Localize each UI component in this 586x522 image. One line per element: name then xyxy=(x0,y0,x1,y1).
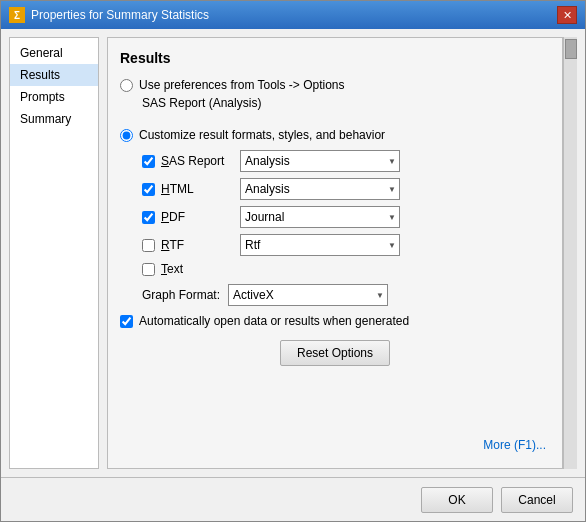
scrollbar[interactable] xyxy=(563,37,577,469)
dropdown-sas[interactable]: Analysis Journal Rtf xyxy=(240,150,400,172)
checkbox-label-html[interactable]: HTML xyxy=(142,182,232,196)
sas-label: SAS Report xyxy=(161,154,224,168)
html-label: HTML xyxy=(161,182,194,196)
window-body: General Results Prompts Summary Results … xyxy=(1,29,585,477)
option-row-pdf: PDF Analysis Journal Rtf xyxy=(142,206,550,228)
checkbox-sas[interactable] xyxy=(142,155,155,168)
dropdown-graph[interactable]: ActiveX Java PNG xyxy=(228,284,388,306)
title-bar-left: Σ Properties for Summary Statistics xyxy=(9,7,209,23)
dropdown-wrapper-pdf: Analysis Journal Rtf xyxy=(240,206,400,228)
more-link[interactable]: More (F1)... xyxy=(120,438,550,452)
dropdown-rtf[interactable]: Analysis Journal Rtf xyxy=(240,234,400,256)
footer: OK Cancel xyxy=(1,477,585,521)
properties-window: Σ Properties for Summary Statistics ✕ Ge… xyxy=(0,0,586,522)
text-label: Text xyxy=(161,262,183,276)
dropdown-pdf[interactable]: Analysis Journal Rtf xyxy=(240,206,400,228)
checkbox-label-pdf[interactable]: PDF xyxy=(142,210,232,224)
window-title: Properties for Summary Statistics xyxy=(31,8,209,22)
radio-preferences-label: Use preferences from Tools -> Options xyxy=(139,78,345,92)
checkbox-html[interactable] xyxy=(142,183,155,196)
rtf-label: RTF xyxy=(161,238,184,252)
close-button[interactable]: ✕ xyxy=(557,6,577,24)
radio-customize-label: Customize result formats, styles, and be… xyxy=(139,128,385,142)
checkbox-label-rtf[interactable]: RTF xyxy=(142,238,232,252)
option-row-rtf: RTF Analysis Journal Rtf xyxy=(142,234,550,256)
radio-customize[interactable] xyxy=(120,129,133,142)
dropdown-wrapper-sas: Analysis Journal Rtf xyxy=(240,150,400,172)
reset-btn-container: Reset Options xyxy=(120,340,550,366)
checkbox-rtf[interactable] xyxy=(142,239,155,252)
radio-preferences[interactable] xyxy=(120,79,133,92)
checkbox-label-text[interactable]: Text xyxy=(142,262,232,276)
graph-format-row: Graph Format: ActiveX Java PNG xyxy=(120,284,550,306)
dropdown-wrapper-html: Analysis Journal Rtf xyxy=(240,178,400,200)
radio-group-preferences: Use preferences from Tools -> Options SA… xyxy=(120,78,550,118)
sidebar-item-results[interactable]: Results xyxy=(10,64,98,86)
reset-options-button[interactable]: Reset Options xyxy=(280,340,390,366)
content-wrapper: Results Use preferences from Tools -> Op… xyxy=(107,37,577,469)
spacer xyxy=(120,374,550,438)
dropdown-wrapper-graph: ActiveX Java PNG xyxy=(228,284,388,306)
radio-preferences-sublabel: SAS Report (Analysis) xyxy=(142,96,550,110)
scroll-thumb[interactable] xyxy=(565,39,577,59)
app-icon: Σ xyxy=(9,7,25,23)
options-grid: SAS Report Analysis Journal Rtf xyxy=(142,150,550,276)
auto-open-label: Automatically open data or results when … xyxy=(139,314,409,328)
option-row-sas: SAS Report Analysis Journal Rtf xyxy=(142,150,550,172)
dropdown-html[interactable]: Analysis Journal Rtf xyxy=(240,178,400,200)
option-row-html: HTML Analysis Journal Rtf xyxy=(142,178,550,200)
radio-option-preferences[interactable]: Use preferences from Tools -> Options xyxy=(120,78,550,92)
auto-open-row[interactable]: Automatically open data or results when … xyxy=(120,314,550,328)
checkbox-pdf[interactable] xyxy=(142,211,155,224)
sidebar-item-summary[interactable]: Summary xyxy=(10,108,98,130)
pdf-label: PDF xyxy=(161,210,185,224)
checkbox-auto-open[interactable] xyxy=(120,315,133,328)
checkbox-text[interactable] xyxy=(142,263,155,276)
dropdown-wrapper-rtf: Analysis Journal Rtf xyxy=(240,234,400,256)
graph-format-label: Graph Format: xyxy=(142,288,220,302)
section-title: Results xyxy=(120,50,550,66)
title-bar: Σ Properties for Summary Statistics ✕ xyxy=(1,1,585,29)
checkbox-label-sas[interactable]: SAS Report xyxy=(142,154,232,168)
cancel-button[interactable]: Cancel xyxy=(501,487,573,513)
sidebar-item-prompts[interactable]: Prompts xyxy=(10,86,98,108)
sidebar-item-general[interactable]: General xyxy=(10,42,98,64)
ok-button[interactable]: OK xyxy=(421,487,493,513)
sidebar: General Results Prompts Summary xyxy=(9,37,99,469)
radio-option-customize[interactable]: Customize result formats, styles, and be… xyxy=(120,128,550,142)
option-row-text: Text xyxy=(142,262,550,276)
content-area: Results Use preferences from Tools -> Op… xyxy=(107,37,563,469)
